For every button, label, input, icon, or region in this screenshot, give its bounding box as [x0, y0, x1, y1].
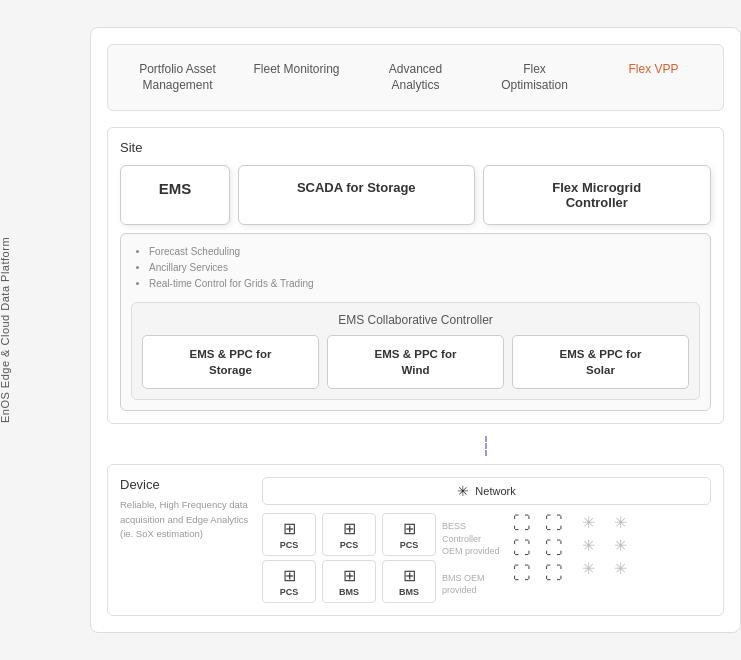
pcs3-item-1: ⊞ PCS	[382, 513, 436, 556]
side-label: EnOS Edge & Cloud Data Platform	[0, 237, 11, 423]
wind-row-3: ⛶ ⛶	[508, 563, 568, 584]
device-right: ✳ Network ⊞ PCS ⊞ P	[262, 477, 711, 603]
pcs-icon-2: ⊞	[283, 566, 296, 585]
network-row: ✳ Network	[262, 477, 711, 505]
site-section: Site EMS SCADA for Storage Flex Microgri…	[107, 127, 724, 424]
pcs3-name-1: PCS	[400, 540, 419, 550]
solar-panel-6: ✳	[606, 559, 634, 578]
pcs3-icon-1: ⊞	[403, 519, 416, 538]
solar-panel-1: ✳	[574, 513, 602, 532]
wind-turbine-2: ⛶	[540, 513, 568, 534]
solar-col: ✳ ✳ ✳ ✳ ✳ ✳	[574, 513, 634, 603]
bms3-name-1: BMS	[399, 587, 419, 597]
pcs2-name-2: BMS	[339, 587, 359, 597]
nav-item-flex-vpp[interactable]: Flex VPP	[598, 55, 709, 101]
network-label: Network	[475, 485, 515, 497]
nav-item-fleet[interactable]: Fleet Monitoring	[241, 55, 352, 101]
nav-item-analytics[interactable]: Advanced Analytics	[360, 55, 471, 101]
bullet-2: Ancillary Services	[149, 260, 700, 276]
solar-row-3: ✳ ✳	[574, 559, 634, 578]
solar-row-2: ✳ ✳	[574, 536, 634, 555]
dashed-connector	[485, 436, 487, 456]
network-icon: ✳	[457, 483, 469, 499]
wind-turbine-4: ⛶	[540, 538, 568, 559]
bullet-1: Forecast Scheduling	[149, 244, 700, 260]
solar-panel-4: ✳	[606, 536, 634, 555]
pcs-item-2: ⊞ PCS	[262, 560, 316, 603]
device-grid-container: ⊞ PCS ⊞ PCS ⊞ PCS	[262, 513, 711, 603]
device-left: Device Reliable, High Frequency data acq…	[120, 477, 250, 603]
bullet-3: Real-time Control for Grids & Trading	[149, 276, 700, 292]
device-section: Device Reliable, High Frequency data acq…	[107, 464, 724, 616]
scada-box: SCADA for Storage	[238, 165, 475, 225]
collab-controller: EMS Collaborative Controller EMS & PPC f…	[131, 302, 700, 400]
pcs-icon-1: ⊞	[283, 519, 296, 538]
pcs2-item-2: ⊞ BMS	[322, 560, 376, 603]
wind-col: ⛶ ⛶ ⛶ ⛶ ⛶ ⛶	[508, 513, 568, 603]
nav-item-flex-opt[interactable]: FlexOptimisation	[479, 55, 590, 101]
device-label: Device	[120, 477, 250, 492]
solar-row-1: ✳ ✳	[574, 513, 634, 532]
solar-panel-2: ✳	[606, 513, 634, 532]
solar-panel-5: ✳	[574, 559, 602, 578]
pcs-item-1: ⊞ PCS	[262, 513, 316, 556]
pcs-col-2: ⊞ PCS ⊞ BMS	[322, 513, 376, 603]
site-inner: Forecast Scheduling Ancillary Services R…	[120, 233, 711, 411]
ems-bullets: Forecast Scheduling Ancillary Services R…	[131, 244, 700, 292]
wind-turbine-5: ⛶	[508, 563, 536, 584]
ems-box: EMS	[120, 165, 230, 225]
bms3-icon-1: ⊞	[403, 566, 416, 585]
ppc-solar: EMS & PPC forSolar	[512, 335, 689, 389]
site-top-row: EMS SCADA for Storage Flex MicrogridCont…	[120, 165, 711, 225]
main-container: Portfolio AssetManagement Fleet Monitori…	[90, 27, 741, 634]
pcs-name-2: PCS	[280, 587, 299, 597]
ppc-row: EMS & PPC forStorage EMS & PPC forWind E…	[142, 335, 689, 389]
nav-item-portfolio[interactable]: Portfolio AssetManagement	[122, 55, 233, 101]
ppc-wind: EMS & PPC forWind	[327, 335, 504, 389]
device-desc: Reliable, High Frequency data acquisitio…	[120, 498, 250, 541]
pcs2-name-1: PCS	[340, 540, 359, 550]
ppc-storage: EMS & PPC forStorage	[142, 335, 319, 389]
pcs2-item-1: ⊞ PCS	[322, 513, 376, 556]
wind-turbine-1: ⛶	[508, 513, 536, 534]
bms-oem-label: BMS OEM provided	[442, 567, 502, 602]
device-inner: Device Reliable, High Frequency data acq…	[120, 477, 711, 603]
bms3-item-1: ⊞ BMS	[382, 560, 436, 603]
solar-panel-3: ✳	[574, 536, 602, 555]
pcs-col: ⊞ PCS ⊞ PCS	[262, 513, 316, 603]
top-nav: Portfolio AssetManagement Fleet Monitori…	[107, 44, 724, 112]
pcs-col-3: ⊞ PCS ⊞ BMS	[382, 513, 436, 603]
pcs2-icon-2: ⊞	[343, 566, 356, 585]
bess-oem-label: BESS Controller OEM provided	[442, 515, 502, 563]
collab-label: EMS Collaborative Controller	[142, 313, 689, 327]
wind-turbine-3: ⛶	[508, 538, 536, 559]
pcs2-icon-1: ⊞	[343, 519, 356, 538]
wind-turbine-6: ⛶	[540, 563, 568, 584]
wind-row-2: ⛶ ⛶	[508, 538, 568, 559]
wind-row-1: ⛶ ⛶	[508, 513, 568, 534]
pcs-name-1: PCS	[280, 540, 299, 550]
oem-col: BESS Controller OEM provided BMS OEM pro…	[442, 513, 502, 603]
site-label: Site	[120, 140, 711, 155]
flex-microgrid-box: Flex MicrogridController	[483, 165, 712, 225]
